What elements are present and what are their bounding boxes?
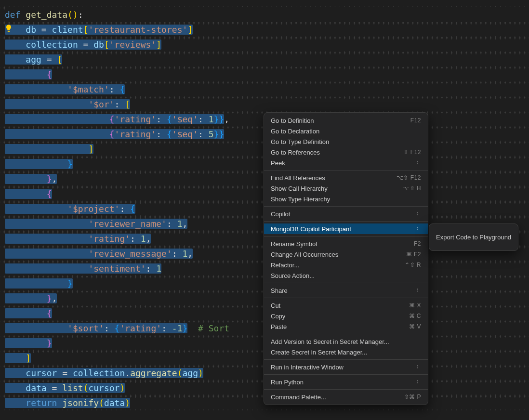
menu-refactor[interactable]: Refactor...⌃⇧ R [264, 260, 428, 270]
menu-share[interactable]: Share〉 [264, 285, 428, 296]
submenu-mongodb: Export Code to Playground [429, 223, 518, 251]
menu-command-palette[interactable]: Command Palette...⇧⌘ P [264, 392, 428, 402]
menu-rename-symbol[interactable]: Rename SymbolF2 [264, 238, 428, 249]
menu-separator [264, 334, 428, 334]
menu-separator [264, 206, 428, 207]
menu-add-version-secret[interactable]: Add Version to Secret in Secret Manager.… [264, 336, 428, 347]
function-name: get_data [21, 10, 68, 20]
chevron-right-icon: 〉 [416, 380, 421, 384]
menu-cut[interactable]: Cut⌘ X [264, 300, 428, 311]
menu-run-python[interactable]: Run Python〉 [264, 377, 428, 387]
menu-show-call-hierarchy[interactable]: Show Call Hierarchy⌥⇧ H [264, 183, 428, 194]
menu-separator [264, 221, 428, 222]
context-menu: Go to DefinitionF12 Go to Declaration Go… [264, 112, 428, 405]
menu-create-secret[interactable]: Create Secret in Secret Manager... [264, 347, 428, 357]
menu-mongodb-copilot-participant[interactable]: MongoDB Copilot Participant〉 [264, 223, 428, 234]
menu-run-interactive-window[interactable]: Run in Interactive Window〉 [264, 362, 428, 372]
menu-separator [264, 170, 428, 171]
chevron-right-icon: 〉 [416, 226, 421, 231]
menu-separator [264, 236, 428, 236]
menu-copy[interactable]: Copy⌘ C [264, 311, 428, 321]
menu-find-all-references[interactable]: Find All References⌥⇧ F12 [264, 172, 428, 183]
menu-go-to-references[interactable]: Go to References⇧ F12 [264, 147, 428, 158]
submenu-export-code-to-playground[interactable]: Export Code to Playground [429, 227, 518, 248]
menu-paste[interactable]: Paste⌘ V [264, 321, 428, 332]
menu-go-to-declaration[interactable]: Go to Declaration [264, 126, 428, 136]
chevron-right-icon: 〉 [416, 365, 421, 369]
menu-source-action[interactable]: Source Action... [264, 270, 428, 281]
menu-separator [264, 283, 428, 283]
lightbulb-icon[interactable] [4, 24, 13, 33]
menu-go-to-type-definition[interactable]: Go to Type Definition [264, 136, 428, 147]
menu-go-to-definition[interactable]: Go to DefinitionF12 [264, 115, 428, 126]
menu-separator [264, 298, 428, 298]
menu-show-type-hierarchy[interactable]: Show Type Hierarchy [264, 194, 428, 204]
menu-separator [264, 389, 428, 390]
keyword: def [5, 10, 21, 20]
chevron-right-icon: 〉 [416, 211, 421, 216]
menu-change-all-occurrences[interactable]: Change All Occurrences⌘ F2 [264, 249, 428, 260]
menu-separator [264, 374, 428, 375]
chevron-right-icon: 〉 [416, 288, 421, 293]
menu-separator [264, 359, 428, 360]
menu-copilot[interactable]: Copilot〉 [264, 209, 428, 219]
chevron-right-icon: 〉 [416, 160, 421, 165]
menu-peek[interactable]: Peek〉 [264, 158, 428, 168]
